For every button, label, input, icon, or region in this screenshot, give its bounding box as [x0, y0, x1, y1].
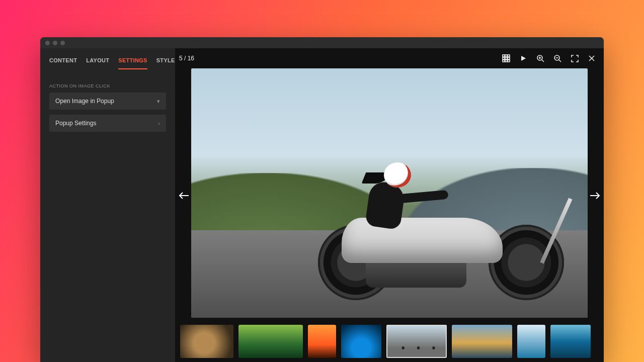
next-image-button[interactable] [588, 189, 602, 203]
prev-image-button[interactable] [177, 189, 191, 203]
thumbnail-strip[interactable] [175, 323, 604, 362]
thumb-2[interactable] [238, 325, 303, 358]
svg-line-11 [542, 60, 544, 62]
svg-rect-6 [503, 60, 505, 62]
sidebar: CONTENT LAYOUT SETTINGS STYLE ACTION ON … [40, 48, 175, 362]
sidebar-tabs: CONTENT LAYOUT SETTINGS STYLE [49, 57, 166, 69]
chevron-right-icon: › [158, 120, 160, 126]
scene-torso [365, 180, 406, 230]
thumb-6[interactable] [452, 325, 512, 358]
zoom-out-icon[interactable] [549, 50, 566, 66]
window-titlebar [40, 37, 604, 48]
svg-line-15 [559, 60, 561, 62]
thumb-8[interactable] [550, 325, 591, 358]
thumb-1[interactable] [180, 325, 233, 358]
svg-rect-7 [505, 60, 507, 62]
tab-style[interactable]: STYLE [156, 57, 175, 69]
tab-settings[interactable]: SETTINGS [118, 57, 147, 69]
main-image[interactable] [191, 68, 588, 318]
scene-rider [358, 157, 418, 248]
svg-rect-8 [508, 60, 510, 62]
svg-rect-3 [503, 57, 505, 59]
window-dot-min[interactable] [53, 41, 57, 45]
close-icon[interactable] [584, 50, 600, 66]
tab-layout[interactable]: LAYOUT [86, 57, 109, 69]
window-dot-max[interactable] [60, 41, 65, 45]
section-label-action: ACTION ON IMAGE CLICK [49, 83, 166, 88]
svg-marker-9 [521, 56, 526, 61]
svg-rect-5 [508, 57, 510, 59]
chevron-down-icon: ▾ [157, 98, 160, 105]
grid-icon[interactable] [498, 50, 514, 66]
window-dot-close[interactable] [45, 41, 50, 45]
stage-wrap [175, 68, 604, 323]
thumb-5[interactable] [386, 325, 447, 358]
tab-content[interactable]: CONTENT [49, 57, 77, 69]
thumb-7[interactable] [517, 325, 545, 358]
image-counter: 5 / 16 [179, 55, 194, 62]
thumb-3[interactable] [308, 325, 336, 358]
svg-rect-4 [505, 57, 507, 59]
svg-rect-2 [508, 55, 510, 57]
popup-settings-label: Popup Settings [55, 120, 96, 127]
play-icon[interactable] [515, 50, 531, 66]
svg-rect-1 [505, 55, 507, 57]
popup-settings-row[interactable]: Popup Settings › [49, 115, 166, 132]
viewer-toolbar: 5 / 16 [175, 48, 604, 68]
app-window: CONTENT LAYOUT SETTINGS STYLE ACTION ON … [40, 37, 604, 362]
select-value: Open Image in Popup [55, 98, 114, 105]
action-on-click-select[interactable]: Open Image in Popup ▾ [49, 93, 166, 110]
zoom-in-icon[interactable] [532, 50, 548, 66]
thumb-4[interactable] [341, 325, 381, 358]
fullscreen-icon[interactable] [567, 50, 583, 66]
image-viewer: 5 / 16 [175, 48, 604, 362]
scene-helmet [384, 162, 411, 188]
svg-rect-0 [503, 55, 505, 57]
